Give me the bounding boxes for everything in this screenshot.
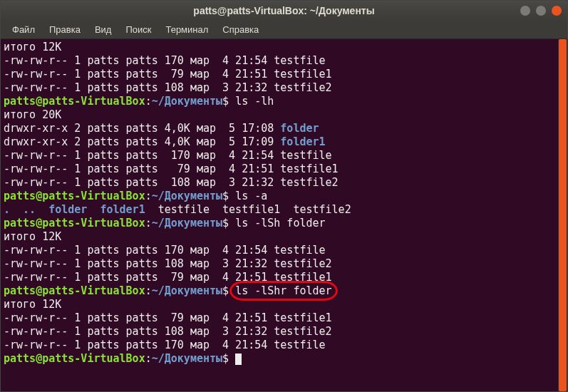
terminal-line: -rw-rw-r-- 1 patts patts 79 мар 4 21:51 … xyxy=(4,163,564,176)
menu-search[interactable]: Поиск xyxy=(120,23,157,36)
prompt-sigil: $ xyxy=(222,190,235,202)
terminal-window: patts@patts-VirtualBox: ~/Документы Файл… xyxy=(0,0,568,392)
directory-name: folder1 xyxy=(280,135,325,148)
output-text: testfile testfile1 testfile2 xyxy=(158,203,351,216)
titlebar[interactable]: patts@patts-VirtualBox: ~/Документы xyxy=(1,1,567,21)
terminal-line: patts@patts-VirtualBox:~/Документы$ ls -… xyxy=(4,190,564,203)
terminal-line: patts@patts-VirtualBox:~/Документы$ ls -… xyxy=(4,284,564,298)
terminal-line: patts@patts-VirtualBox:~/Документы$ xyxy=(4,352,564,366)
terminal-line: drwxr-xr-x 2 patts patts 4,0K мар 5 17:0… xyxy=(4,122,564,135)
terminal-line: patts@patts-VirtualBox:~/Документы$ ls -… xyxy=(4,217,564,230)
prompt-user-host: patts@patts-VirtualBox xyxy=(4,352,145,365)
cursor xyxy=(235,354,242,365)
prompt-sigil: $ xyxy=(222,352,235,365)
terminal-line: -rw-rw-r-- 1 patts patts 108 мар 3 21:32… xyxy=(4,325,564,339)
terminal-line: -rw-rw-r-- 1 patts patts 79 мар 4 21:51 … xyxy=(4,271,564,284)
directory-name: . xyxy=(4,203,10,216)
command-text: ls -lShr folder xyxy=(235,284,331,297)
menu-view[interactable]: Вид xyxy=(89,23,118,36)
directory-name: folder xyxy=(48,203,87,216)
terminal-line: -rw-rw-r-- 1 patts patts 79 мар 4 21:51 … xyxy=(4,68,564,81)
prompt-sigil: $ xyxy=(222,284,235,297)
prompt-user-host: patts@patts-VirtualBox xyxy=(4,217,145,229)
output-text: итого 12K xyxy=(4,298,61,311)
close-button[interactable] xyxy=(552,6,562,16)
terminal-line: -rw-rw-r-- 1 patts patts 170 мар 4 21:54… xyxy=(4,54,564,68)
output-text xyxy=(10,203,23,216)
output-text xyxy=(36,203,48,216)
terminal-line: drwxr-xr-x 2 patts patts 4,0K мар 5 17:0… xyxy=(4,135,564,149)
output-text: -rw-rw-r-- 1 patts patts 170 мар 4 21:54… xyxy=(4,149,332,162)
menu-help[interactable]: Справка xyxy=(217,23,264,36)
output-text xyxy=(145,203,158,216)
output-text: итого 12K xyxy=(4,41,61,53)
directory-name: folder xyxy=(280,122,319,135)
terminal-line: -rw-rw-r-- 1 patts patts 170 мар 4 21:54… xyxy=(4,339,564,352)
terminal-line: -rw-rw-r-- 1 patts patts 108 мар 3 21:32… xyxy=(4,81,564,95)
directory-name: folder1 xyxy=(100,203,145,216)
output-text: -rw-rw-r-- 1 patts patts 108 мар 3 21:32… xyxy=(4,81,332,94)
command-text: ls -a xyxy=(235,190,267,202)
terminal-line: итого 12K xyxy=(4,41,564,54)
output-text: drwxr-xr-x 2 patts patts 4,0K мар 5 17:0… xyxy=(4,122,280,135)
prompt-path: ~/Документы xyxy=(152,217,222,229)
terminal-line: -rw-rw-r-- 1 patts patts 108 мар 3 21:32… xyxy=(4,257,564,271)
terminal-line: . .. folder folder1 testfile testfile1 t… xyxy=(4,203,564,217)
output-text: итого 20K xyxy=(4,108,61,121)
command-text: ls -lh xyxy=(235,95,274,108)
output-text: -rw-rw-r-- 1 patts patts 79 мар 4 21:51 … xyxy=(4,311,332,324)
output-text xyxy=(87,203,100,216)
directory-name: .. xyxy=(23,203,36,216)
maximize-button[interactable] xyxy=(536,6,546,16)
menu-file[interactable]: Файл xyxy=(6,23,41,36)
terminal-line: итого 12K xyxy=(4,230,564,244)
terminal-content[interactable]: итого 12K-rw-rw-r-- 1 patts patts 170 ма… xyxy=(1,39,567,391)
prompt-sigil: $ xyxy=(222,95,235,108)
terminal-line: итого 12K xyxy=(4,298,564,311)
output-text: -rw-rw-r-- 1 patts patts 170 мар 4 21:54… xyxy=(4,244,326,257)
output-text: -rw-rw-r-- 1 patts patts 108 мар 3 21:32… xyxy=(4,176,339,189)
terminal-line: -rw-rw-r-- 1 patts patts 108 мар 3 21:32… xyxy=(4,176,564,190)
prompt-path: ~/Документы xyxy=(152,284,222,297)
command-text: ls -lSh folder xyxy=(235,217,325,229)
terminal-line: -rw-rw-r-- 1 patts patts 79 мар 4 21:51 … xyxy=(4,311,564,325)
minimize-button[interactable] xyxy=(520,6,530,16)
output-text: -rw-rw-r-- 1 patts patts 108 мар 3 21:32… xyxy=(4,325,332,338)
output-text: -rw-rw-r-- 1 patts patts 79 мар 4 21:51 … xyxy=(4,163,339,175)
output-text: -rw-rw-r-- 1 patts patts 170 мар 4 21:54… xyxy=(4,54,326,67)
terminal-line: -rw-rw-r-- 1 patts patts 170 мар 4 21:54… xyxy=(4,149,564,163)
prompt-path: ~/Документы xyxy=(152,352,222,365)
output-text: -rw-rw-r-- 1 patts patts 79 мар 4 21:51 … xyxy=(4,271,332,284)
prompt-user-host: patts@patts-VirtualBox xyxy=(4,95,145,108)
prompt-user-host: patts@patts-VirtualBox xyxy=(4,284,145,297)
menubar: Файл Правка Вид Поиск Терминал Справка xyxy=(1,21,567,39)
menu-edit[interactable]: Правка xyxy=(43,23,86,36)
prompt-sigil: $ xyxy=(222,217,235,229)
output-text: -rw-rw-r-- 1 patts patts 79 мар 4 21:51 … xyxy=(4,68,332,81)
scrollbar-thumb[interactable] xyxy=(559,39,567,391)
menu-terminal[interactable]: Терминал xyxy=(160,23,214,36)
terminal-line: -rw-rw-r-- 1 patts patts 170 мар 4 21:54… xyxy=(4,244,564,257)
window-controls xyxy=(520,6,562,16)
prompt-path: ~/Документы xyxy=(152,95,222,108)
prompt-user-host: patts@patts-VirtualBox xyxy=(4,190,145,202)
output-text: -rw-rw-r-- 1 patts patts 170 мар 4 21:54… xyxy=(4,339,326,351)
prompt-path: ~/Документы xyxy=(152,190,222,202)
window-title: patts@patts-VirtualBox: ~/Документы xyxy=(193,5,374,16)
scrollbar-track[interactable] xyxy=(558,39,567,391)
output-text: -rw-rw-r-- 1 patts patts 108 мар 3 21:32… xyxy=(4,257,332,270)
output-text: drwxr-xr-x 2 patts patts 4,0K мар 5 17:0… xyxy=(4,135,280,148)
output-text: итого 12K xyxy=(4,230,61,243)
terminal-line: итого 20K xyxy=(4,108,564,122)
terminal-line: patts@patts-VirtualBox:~/Документы$ ls -… xyxy=(4,95,564,108)
